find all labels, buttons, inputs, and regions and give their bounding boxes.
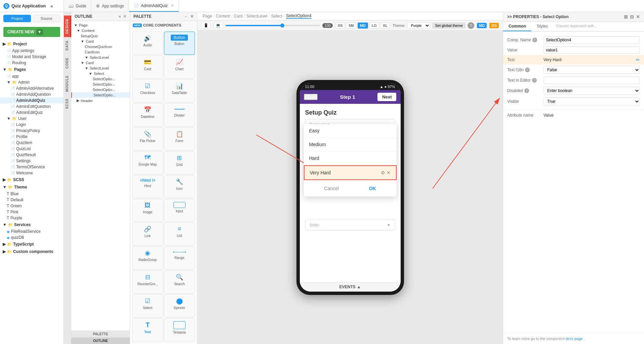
- sidebar-item-terms[interactable]: 📄 TermsOfService: [0, 164, 64, 170]
- expand-icon[interactable]: ⊞: [624, 14, 628, 19]
- sidebar-item-quiz-result[interactable]: 📄 QuizResult: [0, 152, 64, 158]
- palette-item-chart[interactable]: 📈 Chart: [164, 55, 195, 79]
- palette-item-select[interactable]: ☑ Select: [132, 294, 163, 317]
- outline-item-page[interactable]: ▼ Page: [71, 23, 130, 28]
- palette-item-datetime[interactable]: 📅 Datetime: [132, 103, 163, 126]
- sidebar-item-quiz-list[interactable]: 📄 QuizList: [0, 146, 64, 152]
- docs-link[interactable]: docs page: [566, 337, 583, 341]
- sidebar-item-theme[interactable]: ▼ 📁 Theme: [0, 183, 64, 191]
- sidebar-item-quizdb[interactable]: ◉ quizDB: [0, 234, 64, 241]
- text-in-editor-input[interactable]: [544, 77, 640, 84]
- sidebar-item-admin-edit-quiz[interactable]: 📄 AdminEditQuiz: [0, 110, 64, 116]
- phone-back-button[interactable]: ‹ Back: [304, 94, 318, 100]
- prop-help-text-i18n[interactable]: ?: [525, 68, 530, 72]
- side-tab-scss[interactable]: SCSS: [64, 95, 71, 112]
- prop-help-comp-name[interactable]: ?: [532, 38, 537, 42]
- palette-item-spinner[interactable]: ⬤ Spinner: [164, 294, 195, 317]
- outline-item-select-option-4[interactable]: SelectOptio...: [71, 92, 130, 98]
- create-new-button[interactable]: CREATE NEW ▼: [3, 27, 60, 37]
- collapse-button[interactable]: «: [48, 3, 56, 9]
- sidebar-item-profile[interactable]: 📄 Profile: [0, 134, 64, 140]
- sidebar-item-services[interactable]: ▼ 📁 Services: [0, 221, 64, 228]
- collapse-icon[interactable]: «: [119, 14, 121, 19]
- sidebar-item-admin-edit-question[interactable]: 📄 AdminEditQuestion: [0, 103, 64, 110]
- palette-side-tab[interactable]: PALETTE: [71, 331, 130, 338]
- help-button[interactable]: ?: [468, 22, 474, 29]
- visible-select[interactable]: True False: [544, 97, 640, 105]
- sidebar-item-model-storage[interactable]: 📄 Model and Storage: [0, 54, 64, 60]
- theme-select[interactable]: Purple Blue Default Green Pink: [407, 22, 430, 29]
- palette-item-link[interactable]: 🔗 Link: [132, 222, 163, 246]
- disabled-select[interactable]: Enter boolean True False: [544, 87, 640, 95]
- palette-item-checkbox[interactable]: ☑ Checkbox: [132, 79, 163, 102]
- outline-item-card-1[interactable]: ▼ Card: [71, 39, 130, 44]
- sidebar-item-admin-add-alternative[interactable]: 📄 AdminAddAlternative: [0, 85, 64, 91]
- sidebar-item-admin[interactable]: ▼ 📁 Admin: [0, 79, 64, 85]
- outline-item-select-option-1[interactable]: SelectOptio...: [71, 76, 130, 82]
- outline-item-select-option-2[interactable]: SelectOptio...: [71, 82, 130, 87]
- sidebar-item-typescript[interactable]: ▶ 📁 TypeScript: [0, 241, 64, 248]
- sidebar-item-green[interactable]: T Green: [0, 203, 64, 209]
- outline-item-select-level-2[interactable]: ▼ SelectLevel: [71, 66, 130, 71]
- mobile-device-button[interactable]: 📱: [201, 22, 211, 29]
- dropdown-ok-button[interactable]: OK: [362, 184, 383, 193]
- sidebar-item-login[interactable]: 📄 Login: [0, 122, 64, 128]
- gear-icon[interactable]: ⚙: [381, 170, 385, 175]
- sidebar-item-purple[interactable]: T Purple: [0, 215, 64, 221]
- side-tab-design[interactable]: DESIGN: [64, 15, 71, 37]
- phone-next-button[interactable]: Next: [377, 93, 396, 101]
- sidebar-item-routing[interactable]: 📄 Routing: [0, 60, 64, 66]
- side-tab-code[interactable]: CODE: [64, 54, 71, 72]
- screen-xs-button[interactable]: XS: [335, 23, 345, 29]
- dropdown-cancel-button[interactable]: Cancel: [317, 184, 346, 193]
- palette-item-list[interactable]: ≡ List: [164, 222, 195, 246]
- sidebar-item-file-read-service[interactable]: ◉ FileReadService: [0, 228, 64, 234]
- sidebar-item-welcome[interactable]: 📄 Welcome: [0, 170, 64, 176]
- close-icon[interactable]: ✕: [636, 14, 640, 19]
- tab-styles[interactable]: Styles: [531, 22, 553, 31]
- outline-item-card-icon[interactable]: CardIcon: [71, 49, 130, 55]
- palette-item-button[interactable]: Button Button: [164, 32, 195, 55]
- screen-xl-button[interactable]: XL: [380, 23, 390, 29]
- dropdown-option-medium[interactable]: Medium: [304, 138, 397, 152]
- outline-item-choose-quiz-icon[interactable]: ChooseQuizIcon: [71, 44, 130, 49]
- expand-icon[interactable]: ↔: [184, 14, 188, 19]
- breadcrumb-page[interactable]: Page: [203, 14, 212, 18]
- set-global-theme-button[interactable]: Set global theme: [432, 23, 466, 29]
- close-icon[interactable]: ✕: [387, 170, 391, 175]
- text-i18n-select[interactable]: False True: [544, 66, 640, 74]
- sidebar-item-admin-add-quiz[interactable]: 📄 AdminAddQuiz: [0, 97, 64, 103]
- tab-guide[interactable]: 📖 Guide: [64, 0, 91, 12]
- outline-item-select-level-1[interactable]: ▼ SelectLevel: [71, 55, 130, 60]
- palette-item-image[interactable]: 🖼 Image: [132, 199, 163, 222]
- breadcrumb-card[interactable]: Card: [234, 14, 243, 18]
- palette-item-reorder-group[interactable]: ⊟ ReorderGro...: [132, 270, 163, 294]
- close-icon[interactable]: ✕: [190, 14, 194, 19]
- outline-item-header[interactable]: ▶ Header: [71, 98, 130, 103]
- palette-item-audio[interactable]: 🔊 Audio: [132, 32, 163, 55]
- screen-lg-button[interactable]: LG: [369, 23, 379, 29]
- tab-app-settings[interactable]: ⚙ App settings: [91, 0, 129, 12]
- desktop-device-button[interactable]: 💻: [213, 22, 223, 29]
- sidebar-item-pages[interactable]: ▼ 📁 Pages: [0, 66, 64, 73]
- palette-item-html[interactable]: <html /> Html: [132, 175, 163, 198]
- palette-item-divider[interactable]: Divider: [164, 103, 195, 126]
- palette-item-text[interactable]: T Text: [132, 318, 163, 342]
- palette-item-card[interactable]: 💳 Card: [132, 55, 163, 79]
- value-input[interactable]: [544, 46, 640, 54]
- sidebar-item-blue[interactable]: T Blue: [0, 191, 64, 197]
- tab-close-icon[interactable]: ✕: [171, 4, 174, 7]
- collapse-icon[interactable]: ⊟: [630, 14, 634, 19]
- palette-item-google-map[interactable]: 🗺 Google Map: [132, 151, 163, 174]
- sidebar-item-settings[interactable]: 📄 Settings: [0, 158, 64, 164]
- sidebar-item-quiz-item[interactable]: 📄 QuizItem: [0, 140, 64, 146]
- palette-item-radio-group[interactable]: ◉ RadioGroup: [132, 246, 163, 269]
- sidebar-item-app-settings[interactable]: 📄 App settings: [0, 48, 64, 54]
- outline-item-setup-quiz[interactable]: SetupQuiz: [71, 33, 130, 39]
- outline-item-select[interactable]: ▼ Select: [71, 71, 130, 76]
- events-button[interactable]: EVENTS ▲: [339, 285, 361, 289]
- prop-help-text-in-editor[interactable]: ?: [532, 78, 537, 83]
- sidebar-item-scss[interactable]: ▶ 📁 SCSS: [0, 176, 64, 183]
- palette-item-range[interactable]: ⟵⟶ Range: [164, 246, 195, 269]
- breadcrumb-select-level[interactable]: SelectLevel: [246, 14, 267, 18]
